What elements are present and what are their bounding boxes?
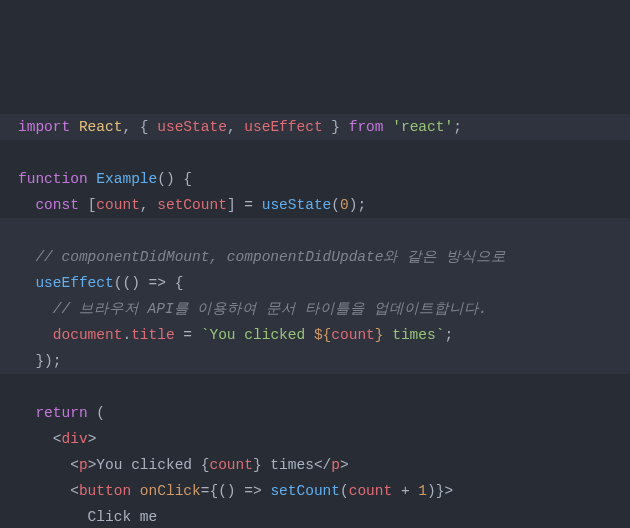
code-line-12: return ( [18,405,105,421]
code-line-14: <p>You clicked {count} times</p> [18,457,349,473]
code-line-10: }); [0,348,630,374]
code-line-9: document.title = `You clicked ${count} t… [0,322,630,348]
code-line-13: <div> [18,431,96,447]
code-line-3: function Example() { [18,171,192,187]
code-line-8: // 브라우저 API를 이용하여 문서 타이틀을 업데이트합니다. [0,296,630,322]
code-line-15: <button onClick={() => setCount(count + … [18,483,453,499]
code-line-4: const [count, setCount] = useState(0); [18,197,366,213]
code-line-1: import React, { useState, useEffect } fr… [0,114,630,140]
code-block: import React, { useState, useEffect } fr… [18,114,630,528]
code-line-16: Click me [18,509,157,525]
code-line-blank-a [0,218,630,244]
code-line-7: useEffect(() => { [0,270,630,296]
code-line-6: // componentDidMount, componentDidUpdate… [0,244,630,270]
